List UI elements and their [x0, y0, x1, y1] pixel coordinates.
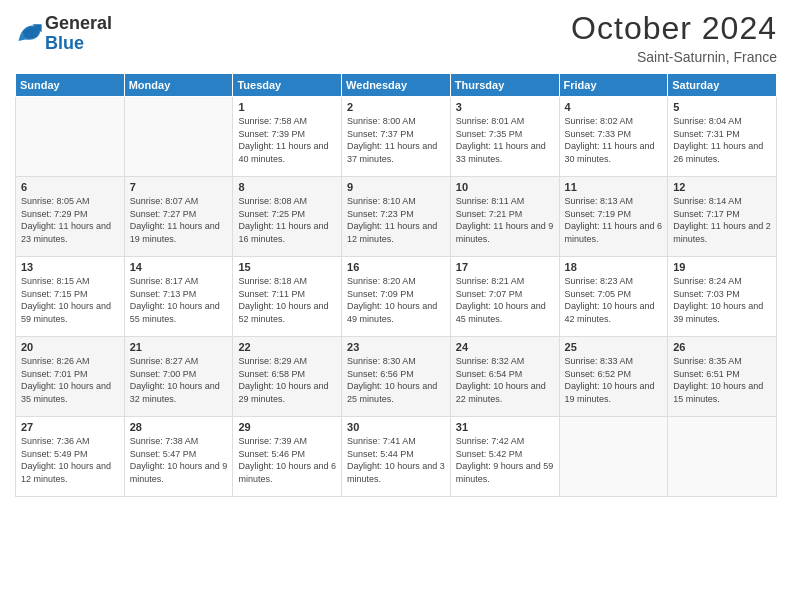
- col-sunday: Sunday: [16, 74, 125, 97]
- day-number: 29: [238, 421, 336, 433]
- day-number: 23: [347, 341, 445, 353]
- calendar-cell: 15Sunrise: 8:18 AMSunset: 7:11 PMDayligh…: [233, 257, 342, 337]
- day-info: Sunrise: 8:32 AMSunset: 6:54 PMDaylight:…: [456, 355, 554, 405]
- calendar-cell: 6Sunrise: 8:05 AMSunset: 7:29 PMDaylight…: [16, 177, 125, 257]
- calendar-cell: [124, 97, 233, 177]
- day-info: Sunrise: 8:01 AMSunset: 7:35 PMDaylight:…: [456, 115, 554, 165]
- calendar-cell: 28Sunrise: 7:38 AMSunset: 5:47 PMDayligh…: [124, 417, 233, 497]
- logo-text: General Blue: [45, 14, 112, 54]
- month-title: October 2024: [571, 10, 777, 47]
- day-number: 16: [347, 261, 445, 273]
- day-number: 21: [130, 341, 228, 353]
- day-info: Sunrise: 8:18 AMSunset: 7:11 PMDaylight:…: [238, 275, 336, 325]
- day-number: 5: [673, 101, 771, 113]
- day-info: Sunrise: 8:10 AMSunset: 7:23 PMDaylight:…: [347, 195, 445, 245]
- logo-icon: [15, 20, 43, 48]
- day-info: Sunrise: 7:39 AMSunset: 5:46 PMDaylight:…: [238, 435, 336, 485]
- day-info: Sunrise: 8:00 AMSunset: 7:37 PMDaylight:…: [347, 115, 445, 165]
- day-number: 31: [456, 421, 554, 433]
- day-info: Sunrise: 8:27 AMSunset: 7:00 PMDaylight:…: [130, 355, 228, 405]
- day-number: 11: [565, 181, 663, 193]
- day-number: 20: [21, 341, 119, 353]
- calendar-cell: 22Sunrise: 8:29 AMSunset: 6:58 PMDayligh…: [233, 337, 342, 417]
- day-info: Sunrise: 8:35 AMSunset: 6:51 PMDaylight:…: [673, 355, 771, 405]
- calendar-cell: 18Sunrise: 8:23 AMSunset: 7:05 PMDayligh…: [559, 257, 668, 337]
- calendar-cell: 20Sunrise: 8:26 AMSunset: 7:01 PMDayligh…: [16, 337, 125, 417]
- day-info: Sunrise: 8:29 AMSunset: 6:58 PMDaylight:…: [238, 355, 336, 405]
- day-info: Sunrise: 8:02 AMSunset: 7:33 PMDaylight:…: [565, 115, 663, 165]
- day-info: Sunrise: 8:17 AMSunset: 7:13 PMDaylight:…: [130, 275, 228, 325]
- day-info: Sunrise: 8:04 AMSunset: 7:31 PMDaylight:…: [673, 115, 771, 165]
- calendar-cell: 16Sunrise: 8:20 AMSunset: 7:09 PMDayligh…: [342, 257, 451, 337]
- calendar-cell: 14Sunrise: 8:17 AMSunset: 7:13 PMDayligh…: [124, 257, 233, 337]
- col-monday: Monday: [124, 74, 233, 97]
- calendar-cell: 2Sunrise: 8:00 AMSunset: 7:37 PMDaylight…: [342, 97, 451, 177]
- day-number: 7: [130, 181, 228, 193]
- logo: General Blue: [15, 14, 112, 54]
- calendar-cell: 23Sunrise: 8:30 AMSunset: 6:56 PMDayligh…: [342, 337, 451, 417]
- page: General Blue October 2024 Saint-Saturnin…: [0, 0, 792, 612]
- day-number: 18: [565, 261, 663, 273]
- calendar-cell: [668, 417, 777, 497]
- calendar-cell: 21Sunrise: 8:27 AMSunset: 7:00 PMDayligh…: [124, 337, 233, 417]
- day-number: 8: [238, 181, 336, 193]
- calendar-cell: 7Sunrise: 8:07 AMSunset: 7:27 PMDaylight…: [124, 177, 233, 257]
- calendar-cell: 31Sunrise: 7:42 AMSunset: 5:42 PMDayligh…: [450, 417, 559, 497]
- col-wednesday: Wednesday: [342, 74, 451, 97]
- calendar-table: Sunday Monday Tuesday Wednesday Thursday…: [15, 73, 777, 497]
- day-info: Sunrise: 7:38 AMSunset: 5:47 PMDaylight:…: [130, 435, 228, 485]
- calendar-cell: 30Sunrise: 7:41 AMSunset: 5:44 PMDayligh…: [342, 417, 451, 497]
- day-number: 6: [21, 181, 119, 193]
- day-info: Sunrise: 8:08 AMSunset: 7:25 PMDaylight:…: [238, 195, 336, 245]
- calendar-cell: 10Sunrise: 8:11 AMSunset: 7:21 PMDayligh…: [450, 177, 559, 257]
- day-number: 13: [21, 261, 119, 273]
- day-info: Sunrise: 8:07 AMSunset: 7:27 PMDaylight:…: [130, 195, 228, 245]
- day-info: Sunrise: 8:14 AMSunset: 7:17 PMDaylight:…: [673, 195, 771, 245]
- day-number: 24: [456, 341, 554, 353]
- day-info: Sunrise: 8:11 AMSunset: 7:21 PMDaylight:…: [456, 195, 554, 245]
- day-info: Sunrise: 7:36 AMSunset: 5:49 PMDaylight:…: [21, 435, 119, 485]
- day-number: 12: [673, 181, 771, 193]
- day-number: 26: [673, 341, 771, 353]
- day-info: Sunrise: 7:42 AMSunset: 5:42 PMDaylight:…: [456, 435, 554, 485]
- day-number: 4: [565, 101, 663, 113]
- day-info: Sunrise: 8:33 AMSunset: 6:52 PMDaylight:…: [565, 355, 663, 405]
- calendar-cell: 4Sunrise: 8:02 AMSunset: 7:33 PMDaylight…: [559, 97, 668, 177]
- col-thursday: Thursday: [450, 74, 559, 97]
- logo-blue: Blue: [45, 34, 112, 54]
- day-info: Sunrise: 8:30 AMSunset: 6:56 PMDaylight:…: [347, 355, 445, 405]
- day-number: 27: [21, 421, 119, 433]
- calendar-cell: 5Sunrise: 8:04 AMSunset: 7:31 PMDaylight…: [668, 97, 777, 177]
- day-number: 14: [130, 261, 228, 273]
- col-tuesday: Tuesday: [233, 74, 342, 97]
- calendar-cell: 19Sunrise: 8:24 AMSunset: 7:03 PMDayligh…: [668, 257, 777, 337]
- calendar-cell: 3Sunrise: 8:01 AMSunset: 7:35 PMDaylight…: [450, 97, 559, 177]
- day-info: Sunrise: 8:21 AMSunset: 7:07 PMDaylight:…: [456, 275, 554, 325]
- calendar-cell: [559, 417, 668, 497]
- calendar-cell: 13Sunrise: 8:15 AMSunset: 7:15 PMDayligh…: [16, 257, 125, 337]
- calendar-cell: 8Sunrise: 8:08 AMSunset: 7:25 PMDaylight…: [233, 177, 342, 257]
- day-info: Sunrise: 8:13 AMSunset: 7:19 PMDaylight:…: [565, 195, 663, 245]
- calendar-cell: 1Sunrise: 7:58 AMSunset: 7:39 PMDaylight…: [233, 97, 342, 177]
- calendar-cell: 24Sunrise: 8:32 AMSunset: 6:54 PMDayligh…: [450, 337, 559, 417]
- calendar-cell: 25Sunrise: 8:33 AMSunset: 6:52 PMDayligh…: [559, 337, 668, 417]
- day-number: 3: [456, 101, 554, 113]
- day-info: Sunrise: 8:26 AMSunset: 7:01 PMDaylight:…: [21, 355, 119, 405]
- day-number: 17: [456, 261, 554, 273]
- day-info: Sunrise: 8:15 AMSunset: 7:15 PMDaylight:…: [21, 275, 119, 325]
- day-info: Sunrise: 8:05 AMSunset: 7:29 PMDaylight:…: [21, 195, 119, 245]
- title-block: October 2024 Saint-Saturnin, France: [571, 10, 777, 65]
- day-number: 10: [456, 181, 554, 193]
- calendar-cell: 27Sunrise: 7:36 AMSunset: 5:49 PMDayligh…: [16, 417, 125, 497]
- day-number: 28: [130, 421, 228, 433]
- day-number: 15: [238, 261, 336, 273]
- calendar-cell: 11Sunrise: 8:13 AMSunset: 7:19 PMDayligh…: [559, 177, 668, 257]
- day-number: 2: [347, 101, 445, 113]
- logo-general: General: [45, 14, 112, 34]
- col-friday: Friday: [559, 74, 668, 97]
- calendar-cell: [16, 97, 125, 177]
- day-number: 30: [347, 421, 445, 433]
- calendar-cell: 9Sunrise: 8:10 AMSunset: 7:23 PMDaylight…: [342, 177, 451, 257]
- calendar-cell: 26Sunrise: 8:35 AMSunset: 6:51 PMDayligh…: [668, 337, 777, 417]
- day-number: 9: [347, 181, 445, 193]
